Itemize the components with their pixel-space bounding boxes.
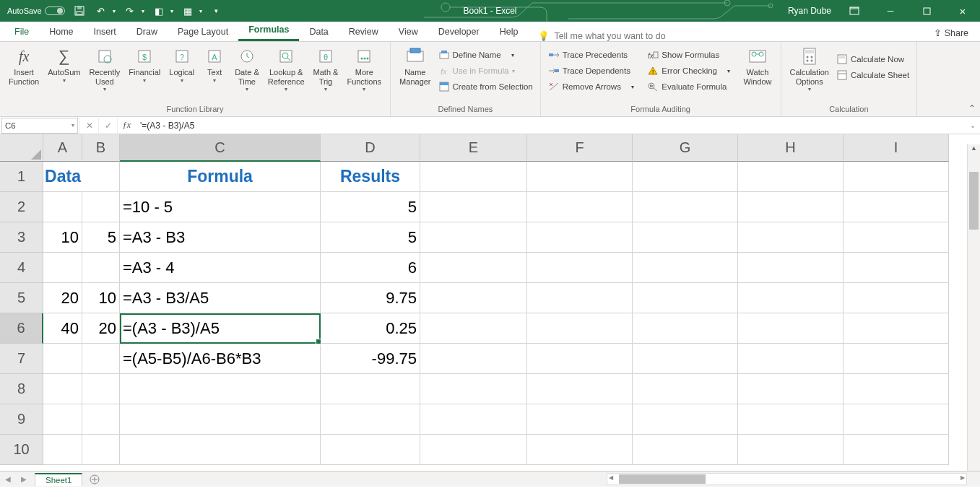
- text-button[interactable]: AText▾: [199, 45, 230, 85]
- cell-g4[interactable]: [633, 253, 738, 283]
- name-box[interactable]: C6 ▾: [1, 118, 78, 134]
- row-header-3[interactable]: 3: [0, 222, 43, 253]
- show-formulas-button[interactable]: fxShow Formulas: [644, 48, 733, 62]
- cell-d4[interactable]: 6: [321, 253, 420, 283]
- cell-a10[interactable]: [43, 435, 82, 465]
- cell-b2[interactable]: [82, 192, 120, 222]
- row-header-4[interactable]: 4: [0, 253, 43, 283]
- vertical-scrollbar[interactable]: ▲ ▼: [967, 144, 980, 481]
- row-header-1[interactable]: 1: [0, 162, 43, 192]
- expand-formula-bar-icon[interactable]: ⌄: [966, 121, 980, 129]
- tab-review[interactable]: Review: [339, 22, 389, 41]
- col-header-i[interactable]: I: [844, 134, 949, 162]
- row-header-8[interactable]: 8: [0, 374, 43, 404]
- remove-arrows-button[interactable]: Remove Arrows ▾: [545, 79, 638, 94]
- cancel-formula-icon[interactable]: ✕: [79, 118, 98, 134]
- error-checking-button[interactable]: !Error Checking ▾: [644, 64, 733, 78]
- row-header-2[interactable]: 2: [0, 192, 43, 222]
- create-from-selection-button[interactable]: Create from Selection: [435, 79, 536, 94]
- math-trig-button[interactable]: θMath & Trig▾: [309, 45, 343, 94]
- cell-a2[interactable]: [43, 192, 82, 222]
- col-header-e[interactable]: E: [420, 134, 527, 162]
- cell-b10[interactable]: [82, 435, 120, 465]
- cell-f10[interactable]: [527, 435, 633, 465]
- hscroll-right-icon[interactable]: ▶: [961, 474, 965, 481]
- cell-c7[interactable]: =(A5-B5)/A6-B6*B3: [120, 344, 321, 374]
- formula-input[interactable]: '=(A3 - B3)/A5: [136, 121, 966, 131]
- customize-qat-icon[interactable]: ▾: [209, 4, 224, 18]
- redo-icon[interactable]: ↷: [123, 4, 137, 18]
- form-caret-icon[interactable]: ▾: [199, 8, 202, 14]
- insert-function-fx-icon[interactable]: ƒx: [117, 118, 136, 134]
- cell-d7[interactable]: -99.75: [321, 344, 420, 374]
- cell-d2[interactable]: 5: [321, 192, 420, 222]
- prev-sheet-icon[interactable]: ◀: [0, 475, 16, 483]
- cell-f8[interactable]: [527, 374, 633, 404]
- trace-precedents-button[interactable]: Trace Precedents: [545, 48, 638, 62]
- col-header-h[interactable]: H: [738, 134, 844, 162]
- cell-h5[interactable]: [738, 283, 844, 313]
- cell-g10[interactable]: [633, 435, 738, 465]
- cell-a8[interactable]: [43, 374, 82, 404]
- undo-caret-icon[interactable]: ▾: [113, 8, 116, 14]
- tab-data[interactable]: Data: [299, 22, 338, 41]
- cell-i5[interactable]: [844, 283, 949, 313]
- cell-a1[interactable]: Data: [43, 162, 82, 192]
- cell-i6[interactable]: [844, 313, 949, 344]
- cell-b1[interactable]: [82, 162, 120, 192]
- cell-h7[interactable]: [738, 344, 844, 374]
- undo-icon[interactable]: ↶: [94, 4, 108, 18]
- cell-d1[interactable]: Results: [321, 162, 420, 192]
- cell-a7[interactable]: [43, 344, 82, 374]
- cell-g1[interactable]: [633, 162, 738, 192]
- cell-c9[interactable]: [120, 404, 321, 435]
- enter-formula-icon[interactable]: ✓: [98, 118, 117, 134]
- col-header-f[interactable]: F: [527, 134, 633, 162]
- share-button[interactable]: ⇪ Share: [927, 25, 976, 41]
- lookup-reference-button[interactable]: Lookup & Reference▾: [264, 45, 309, 94]
- cell-b6[interactable]: 20: [82, 313, 120, 344]
- cell-b7[interactable]: [82, 344, 120, 374]
- cell-c8[interactable]: [120, 374, 321, 404]
- insert-function-button[interactable]: fxInsert Function: [4, 45, 43, 87]
- sheet-tab-1[interactable]: Sheet1: [35, 473, 82, 486]
- cell-g9[interactable]: [633, 404, 738, 435]
- cell-d5[interactable]: 9.75: [321, 283, 420, 313]
- calculate-now-button[interactable]: Calculate Now: [833, 52, 912, 66]
- cell-d6[interactable]: 0.25: [321, 313, 420, 344]
- logical-button[interactable]: ?Logical▾: [165, 45, 199, 85]
- cell-h4[interactable]: [738, 253, 844, 283]
- cell-g6[interactable]: [633, 313, 738, 344]
- cell-g8[interactable]: [633, 374, 738, 404]
- recently-used-button[interactable]: Recently Used▾: [84, 45, 124, 94]
- cell-i1[interactable]: [844, 162, 949, 192]
- cell-c1[interactable]: Formula: [120, 162, 321, 192]
- row-header-10[interactable]: 10: [0, 435, 43, 465]
- evaluate-formula-button[interactable]: fxEvaluate Formula: [644, 79, 733, 94]
- cell-h2[interactable]: [738, 192, 844, 222]
- cell-i9[interactable]: [844, 404, 949, 435]
- cell-f4[interactable]: [527, 253, 633, 283]
- cell-c5[interactable]: =A3 - B3/A5: [120, 283, 321, 313]
- col-header-g[interactable]: G: [633, 134, 738, 162]
- cell-b3[interactable]: 5: [82, 222, 120, 253]
- tell-me-search[interactable]: 💡 Tell me what you want to do: [538, 30, 665, 41]
- cell-h10[interactable]: [738, 435, 844, 465]
- cell-f9[interactable]: [527, 404, 633, 435]
- redo-caret-icon[interactable]: ▾: [142, 8, 144, 14]
- trace-dependents-button[interactable]: Trace Dependents: [545, 64, 638, 78]
- close-icon[interactable]: ×: [950, 0, 976, 22]
- form-icon[interactable]: ▦: [181, 4, 195, 18]
- minimize-icon[interactable]: ─: [877, 0, 903, 22]
- col-header-b[interactable]: B: [82, 134, 120, 162]
- cell-d9[interactable]: [321, 404, 420, 435]
- vscroll-thumb[interactable]: [969, 172, 979, 230]
- cell-d8[interactable]: [321, 374, 420, 404]
- tab-draw[interactable]: Draw: [126, 22, 168, 41]
- cell-i3[interactable]: [844, 222, 949, 253]
- hscroll-left-icon[interactable]: ◀: [609, 474, 613, 481]
- tab-help[interactable]: Help: [490, 22, 529, 41]
- col-header-a[interactable]: A: [43, 134, 82, 162]
- cell-h3[interactable]: [738, 222, 844, 253]
- row-header-6[interactable]: 6: [0, 313, 43, 344]
